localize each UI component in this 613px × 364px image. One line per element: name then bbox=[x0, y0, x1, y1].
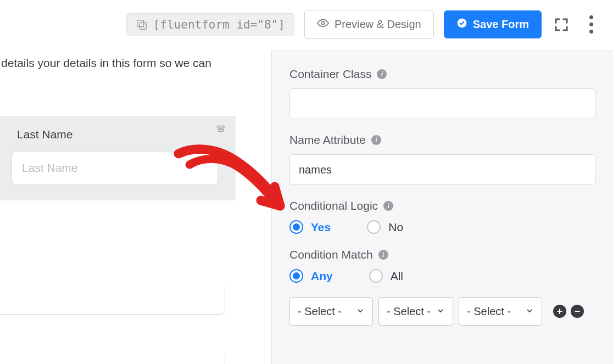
info-icon[interactable]: i bbox=[377, 69, 387, 79]
save-form-button[interactable]: Save Form bbox=[444, 10, 542, 38]
condition-field-select[interactable]: - Select - bbox=[289, 297, 373, 326]
last-name-input[interactable] bbox=[12, 151, 218, 185]
preview-design-button[interactable]: Preview & Design bbox=[304, 10, 434, 39]
remove-rule-button[interactable]: − bbox=[571, 305, 584, 318]
eye-icon bbox=[317, 17, 329, 32]
form-field-stub[interactable] bbox=[0, 355, 225, 364]
shortcode-text: [fluentform id="8"] bbox=[153, 18, 285, 31]
chevron-down-icon bbox=[525, 305, 534, 318]
condition-match-any-radio[interactable]: Any bbox=[289, 269, 333, 283]
radio-yes-label: Yes bbox=[311, 221, 331, 234]
align-field-icon[interactable] bbox=[216, 124, 226, 136]
preview-design-label: Preview & Design bbox=[335, 18, 421, 31]
container-class-label: Container Class bbox=[289, 68, 371, 81]
check-circle-icon bbox=[456, 18, 467, 31]
svg-rect-5 bbox=[219, 130, 224, 132]
info-icon[interactable]: i bbox=[371, 135, 381, 145]
svg-point-2 bbox=[321, 21, 325, 25]
info-icon[interactable]: i bbox=[378, 250, 388, 260]
conditional-logic-label: Conditional Logic bbox=[289, 199, 378, 212]
radio-any-label: Any bbox=[311, 270, 333, 283]
svg-rect-0 bbox=[137, 20, 143, 26]
field-title: Last Name bbox=[17, 128, 224, 141]
conditional-logic-yes-radio[interactable]: Yes bbox=[289, 220, 331, 234]
condition-operator-select[interactable]: - Select - bbox=[378, 297, 453, 326]
select-placeholder: - Select - bbox=[387, 305, 431, 318]
name-attribute-input[interactable] bbox=[289, 154, 595, 185]
svg-rect-1 bbox=[140, 23, 146, 29]
form-field-stub[interactable] bbox=[0, 284, 225, 315]
save-form-label: Save Form bbox=[473, 18, 529, 31]
condition-match-all-radio[interactable]: All bbox=[369, 269, 403, 283]
svg-rect-4 bbox=[218, 126, 224, 128]
last-name-field-card[interactable]: Last Name bbox=[0, 116, 236, 200]
radio-all-label: All bbox=[391, 270, 403, 283]
info-icon[interactable]: i bbox=[383, 201, 393, 211]
condition-match-label: Condition Match bbox=[289, 248, 373, 261]
container-class-group: Container Class i bbox=[289, 68, 595, 119]
stack-icon bbox=[136, 19, 148, 31]
kebab-menu-icon[interactable] bbox=[581, 15, 601, 35]
conditional-logic-group: Conditional Logic i Yes No bbox=[289, 199, 595, 234]
chevron-down-icon bbox=[436, 305, 445, 318]
radio-no-label: No bbox=[388, 221, 403, 234]
name-attribute-group: Name Attribute i bbox=[289, 133, 595, 185]
name-attribute-label: Name Attribute bbox=[289, 133, 366, 147]
chevron-down-icon bbox=[356, 305, 365, 318]
add-rule-button[interactable]: + bbox=[553, 305, 566, 318]
top-toolbar: [fluentform id="8"] Preview & Design Sav… bbox=[0, 10, 613, 39]
conditional-logic-no-radio[interactable]: No bbox=[367, 220, 403, 234]
condition-rule-row: - Select - - Select - - Select - + − bbox=[289, 297, 595, 326]
container-class-input[interactable] bbox=[289, 88, 595, 119]
shortcode-pill[interactable]: [fluentform id="8"] bbox=[126, 13, 294, 36]
select-placeholder: - Select - bbox=[298, 305, 342, 318]
fullscreen-icon[interactable] bbox=[551, 15, 571, 35]
condition-match-group: Condition Match i Any All bbox=[289, 248, 595, 283]
form-intro-text: details your details in this form so we … bbox=[0, 51, 271, 73]
field-settings-panel: Container Class i Name Attribute i Condi… bbox=[272, 51, 613, 364]
select-placeholder: - Select - bbox=[467, 305, 511, 318]
condition-value-select[interactable]: - Select - bbox=[459, 297, 542, 326]
form-editor-pane: details your details in this form so we … bbox=[0, 51, 272, 364]
